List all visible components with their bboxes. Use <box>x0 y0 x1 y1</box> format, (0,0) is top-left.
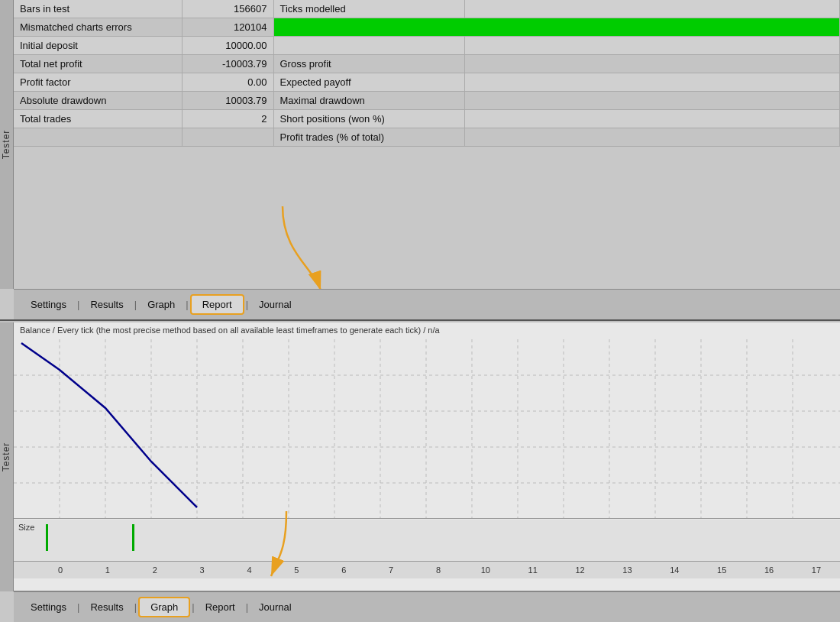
cell-value <box>464 0 840 18</box>
cell-label: Ticks modelled <box>273 0 464 18</box>
x-tick: 3 <box>179 565 226 575</box>
table-row: Total trades 2 Short positions (won %) <box>14 110 840 128</box>
cell-label: Bars in test <box>14 0 182 18</box>
tab-report-bottom[interactable]: Report <box>196 597 244 617</box>
x-tick: 12 <box>557 565 604 575</box>
cell-label: Mismatched charts errors <box>14 18 182 37</box>
tab-settings-bottom[interactable]: Settings <box>21 597 76 617</box>
x-tick: 14 <box>651 565 698 575</box>
tab-graph-top[interactable]: Graph <box>138 294 184 315</box>
tab-report-top[interactable]: Report <box>190 294 244 315</box>
x-tick: 8 <box>415 565 462 575</box>
size-bar-1 <box>46 524 48 551</box>
x-tick: 7 <box>367 565 415 575</box>
cell-value: 10000.00 <box>182 37 273 55</box>
chart-size-area: Size <box>14 520 840 562</box>
table-row: Profit trades (% of total) <box>14 128 840 147</box>
table-row: Absolute drawdown 10003.79 Maximal drawd… <box>14 92 840 110</box>
cell-value: 120104 <box>182 18 273 37</box>
x-axis: 0 1 2 3 4 5 6 7 8 10 11 12 13 14 15 16 1… <box>14 562 840 578</box>
cell-label: Profit trades (% of total) <box>273 128 464 147</box>
cell-value: -10003.79 <box>182 55 273 73</box>
table-row: Mismatched charts errors 120104 <box>14 18 840 37</box>
cell-label: Total trades <box>14 110 182 128</box>
x-tick: 15 <box>698 565 745 575</box>
top-panel: × Tester Bars in test 156607 Ticks model… <box>0 0 840 321</box>
chart-container: Balance / Every tick (the most precise m… <box>14 322 840 591</box>
cell-value: 2 <box>182 110 273 128</box>
cell-label: Absolute drawdown <box>14 92 182 110</box>
table-row: Profit factor 0.00 Expected payoff <box>14 73 840 92</box>
tab-bar-top: Settings | Results | Graph | Report | Jo… <box>14 289 840 319</box>
tab-bar-bottom: Settings | Results | Graph | Report | Jo… <box>14 591 840 622</box>
x-tick: 17 <box>793 565 840 575</box>
cell-value <box>464 73 840 92</box>
chart-title: Balance / Every tick (the most precise m… <box>20 326 440 335</box>
tab-results-bottom[interactable]: Results <box>81 597 132 617</box>
tab-journal-bottom[interactable]: Journal <box>250 597 301 617</box>
cell-label: Total net profit <box>14 55 182 73</box>
cell-value <box>464 55 840 73</box>
x-tick: 5 <box>273 565 320 575</box>
cell-value: 156607 <box>182 0 273 18</box>
x-tick: 1 <box>84 565 131 575</box>
size-label: Size <box>18 523 34 532</box>
cell-label: Short positions (won %) <box>273 110 464 128</box>
cell-label: Profit factor <box>14 73 182 92</box>
cell-value <box>464 92 840 110</box>
x-tick: 6 <box>320 565 367 575</box>
size-bar-2 <box>132 524 134 551</box>
bottom-panel: × Tester Balance / Every tick (the most … <box>0 322 840 622</box>
chart-svg <box>14 339 840 519</box>
x-tick: 11 <box>509 565 557 575</box>
cell-value: 10003.79 <box>182 92 273 110</box>
tab-results-top[interactable]: Results <box>81 294 132 315</box>
cell-value <box>182 128 273 147</box>
cell-value: 0.00 <box>182 73 273 92</box>
x-tick: 4 <box>226 565 273 575</box>
cell-label: Expected payoff <box>273 73 464 92</box>
cell-label: Maximal drawdown <box>273 92 464 110</box>
table-row: Total net profit -10003.79 Gross profit <box>14 55 840 73</box>
table-row: Initial deposit 10000.00 <box>14 37 840 55</box>
cell-label <box>273 37 464 55</box>
x-tick: 2 <box>131 565 179 575</box>
green-bar <box>273 18 840 37</box>
x-tick: 10 <box>462 565 509 575</box>
cell-value <box>464 128 840 147</box>
stats-table: Bars in test 156607 Ticks modelled Misma… <box>14 0 840 147</box>
cell-label: Gross profit <box>273 55 464 73</box>
x-tick: 13 <box>604 565 651 575</box>
tab-settings-top[interactable]: Settings <box>21 294 76 315</box>
tester-label-top: Tester <box>0 0 14 289</box>
cell-label: Initial deposit <box>14 37 182 55</box>
tab-graph-bottom[interactable]: Graph <box>138 597 190 617</box>
table-row: Bars in test 156607 Ticks modelled <box>14 0 840 18</box>
cell-value <box>464 37 840 55</box>
x-tick: 16 <box>745 565 793 575</box>
tester-label-bottom: Tester <box>0 322 14 591</box>
chart-main-area <box>14 339 840 519</box>
tab-journal-top[interactable]: Journal <box>250 294 301 315</box>
stats-table-area: Bars in test 156607 Ticks modelled Misma… <box>14 0 840 290</box>
x-tick: 0 <box>37 565 84 575</box>
cell-label <box>14 128 182 147</box>
cell-value <box>464 110 840 128</box>
